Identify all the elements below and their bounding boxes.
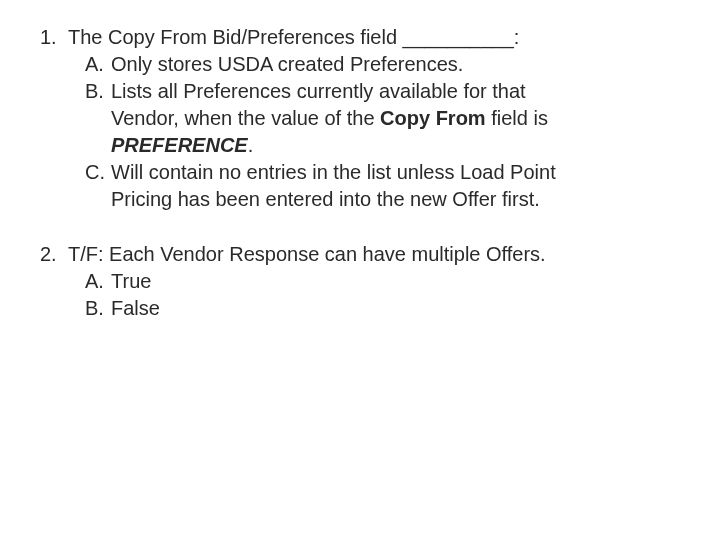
q2-answers: A. True B. False [40,268,680,322]
q1-c-line2: Pricing has been entered into the new Of… [111,188,540,210]
q1-number: 1. [40,24,68,51]
q1-b-line3-post: . [248,134,254,156]
q1-answers: A. Only stores USDA created Preferences.… [40,51,680,213]
question-2: 2. T/F: Each Vendor Response can have mu… [40,241,680,322]
q2-number: 2. [40,241,68,268]
q1-b-preference: PREFERENCE [111,134,248,156]
q1-c-letter: C. [85,159,111,186]
q1-b-letter: B. [85,78,111,105]
q1-b-line1: Lists all Preferences currently availabl… [111,80,526,102]
q2-stem-text: T/F: Each Vendor Response can have multi… [68,241,546,268]
q1-b-copy-from: Copy From [380,107,486,129]
q2-b-text: False [111,295,680,322]
q1-b-body: Lists all Preferences currently availabl… [111,78,680,159]
q1-answer-a: A. Only stores USDA created Preferences. [85,51,680,78]
q1-a-text: Only stores USDA created Preferences. [111,51,680,78]
q2-b-letter: B. [85,295,111,322]
q2-stem: 2. T/F: Each Vendor Response can have mu… [40,241,680,268]
q1-a-letter: A. [85,51,111,78]
q1-blank: __________ [403,26,514,48]
q1-c-line1: Will contain no entries in the list unle… [111,161,556,183]
question-1: 1. The Copy From Bid/Preferences field _… [40,24,680,213]
q1-answer-c: C. Will contain no entries in the list u… [85,159,680,213]
q1-stem: 1. The Copy From Bid/Preferences field _… [40,24,680,51]
q1-stem-post: : [514,26,520,48]
q1-stem-pre: The Copy From Bid/Preferences field [68,26,403,48]
q2-a-text: True [111,268,680,295]
quiz-page: 1. The Copy From Bid/Preferences field _… [0,0,720,322]
q1-b-line2-pre: Vendor, when the value of the [111,107,380,129]
q1-b-line2-post: field is [486,107,548,129]
q1-stem-text: The Copy From Bid/Preferences field ____… [68,24,519,51]
q1-c-body: Will contain no entries in the list unle… [111,159,680,213]
q2-answer-a: A. True [85,268,680,295]
q2-a-letter: A. [85,268,111,295]
q1-answer-b: B. Lists all Preferences currently avail… [85,78,680,159]
q2-answer-b: B. False [85,295,680,322]
